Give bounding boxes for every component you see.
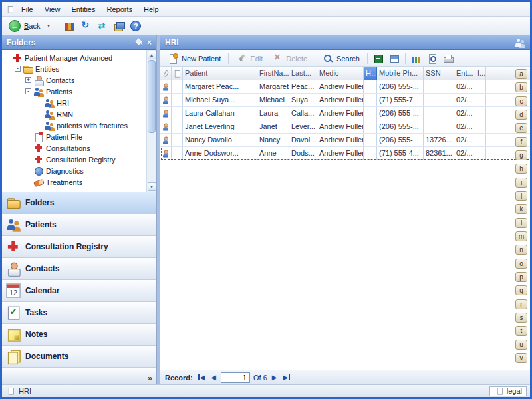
alphabet-button[interactable]: u xyxy=(515,340,527,350)
delete-button[interactable]: Delete xyxy=(268,52,311,65)
tree-toggle[interactable] xyxy=(15,66,21,72)
alphabet-button[interactable]: l xyxy=(515,218,527,228)
alphabet-button[interactable]: j xyxy=(515,191,527,201)
alphabet-button[interactable]: h xyxy=(515,164,527,174)
menu-item[interactable]: View xyxy=(39,3,66,15)
column-header[interactable]: I... xyxy=(475,67,486,80)
table-row[interactable]: Janet Leverling Janet Lever... Andrew Fu… xyxy=(160,120,530,134)
paperclip-column-header[interactable] xyxy=(160,67,172,80)
nav-item[interactable]: Documents xyxy=(2,345,156,367)
nav-item[interactable]: Patients xyxy=(2,213,156,235)
tree-item[interactable]: Patient Manager Advanced xyxy=(2,52,156,63)
cell-mobile-phone: (206) 555-... xyxy=(377,80,424,93)
menu-item[interactable]: Entities xyxy=(66,3,100,15)
alphabet-button[interactable]: m xyxy=(515,231,527,241)
cell-patient: Michael Suya... xyxy=(183,94,257,106)
alphabet-button[interactable]: b xyxy=(515,82,527,92)
table-row[interactable]: Laura Callahan Laura Calla... Andrew Ful… xyxy=(160,107,530,120)
table-row[interactable]: Michael Suya... Michael Suya... Andrew F… xyxy=(160,94,530,107)
cell-medic: Andrew Fuller xyxy=(317,107,364,120)
alphabet-button[interactable]: a xyxy=(515,69,527,79)
help-icon[interactable] xyxy=(128,19,143,33)
alphabet-button[interactable]: i xyxy=(515,178,527,188)
new-patient-button[interactable]: New Patient xyxy=(164,52,225,65)
tree-item[interactable]: Treatments xyxy=(2,176,156,188)
back-button[interactable]: ← Back xyxy=(6,19,43,33)
scroll-up-icon[interactable]: ▲ xyxy=(148,51,156,59)
table-row[interactable]: Nancy Davolio Nancy Davol... Andrew Full… xyxy=(160,134,530,147)
column-header[interactable]: Ent... xyxy=(454,67,475,80)
tree-item[interactable]: Diagnostics xyxy=(2,165,156,176)
column-header[interactable]: H... xyxy=(364,67,377,80)
back-dropdown-arrow-icon[interactable]: ▼ xyxy=(45,23,52,28)
nav-item[interactable]: Consultation Registry xyxy=(2,235,156,257)
tree-toggle[interactable] xyxy=(25,77,31,83)
print-icon[interactable] xyxy=(441,51,456,66)
column-header[interactable]: Last... xyxy=(289,67,317,80)
search-icon xyxy=(323,53,333,64)
tree-item[interactable]: Consultation Registry xyxy=(2,154,156,165)
export-excel-icon[interactable] xyxy=(371,51,386,66)
tree-item[interactable]: HRI xyxy=(2,97,156,108)
prev-record-button[interactable]: ◀ xyxy=(209,373,217,382)
menu-item[interactable]: Help xyxy=(138,3,164,15)
alphabet-button[interactable]: n xyxy=(515,245,527,255)
tree-item[interactable]: Entities xyxy=(2,63,156,74)
books-icon[interactable] xyxy=(112,19,126,33)
tree-item[interactable]: Patient File xyxy=(2,131,156,142)
sync-icon[interactable] xyxy=(95,19,110,33)
scrollbar-thumb[interactable] xyxy=(148,60,156,133)
column-header[interactable]: Patient xyxy=(183,67,257,80)
alphabet-button[interactable]: q xyxy=(515,285,527,295)
alphabet-button[interactable]: v xyxy=(515,353,527,363)
tree-toggle[interactable] xyxy=(25,88,31,94)
alphabet-button[interactable]: g xyxy=(515,150,527,160)
alphabet-button[interactable]: t xyxy=(515,326,527,336)
search-button[interactable]: Search xyxy=(319,52,364,65)
tree-item[interactable]: RMN xyxy=(2,108,156,120)
tree-item[interactable]: Contacts xyxy=(2,74,156,86)
file-column-header[interactable] xyxy=(172,67,183,80)
alphabet-button[interactable]: c xyxy=(515,96,527,106)
nav-item[interactable]: Calendar xyxy=(2,279,156,301)
alphabet-button[interactable]: r xyxy=(515,299,527,309)
alphabet-button[interactable]: p xyxy=(515,272,527,282)
table-row[interactable]: Anne Dodswor... Anne Dods... Andrew Full… xyxy=(160,147,530,160)
first-record-button[interactable]: ◀ xyxy=(196,373,207,382)
last-record-button[interactable]: ▶ xyxy=(281,373,292,382)
close-icon[interactable]: × xyxy=(147,39,152,46)
menu-item[interactable]: File xyxy=(16,3,39,15)
refresh-icon[interactable] xyxy=(78,19,93,33)
print-preview-icon[interactable] xyxy=(425,51,440,66)
chart-icon[interactable] xyxy=(409,51,424,66)
table-row[interactable]: Margaret Peac... Margaret Peac... Andrew… xyxy=(160,80,530,94)
pin-icon[interactable] xyxy=(136,39,143,46)
column-header[interactable]: Medic xyxy=(317,67,364,80)
nav-item[interactable]: Tasks xyxy=(2,301,156,323)
tree-item[interactable]: patients with fractures xyxy=(2,120,156,131)
tree-item[interactable]: Consultations xyxy=(2,142,156,154)
alphabet-button[interactable]: s xyxy=(515,313,527,323)
column-header[interactable]: Mobile Ph... xyxy=(377,67,424,80)
nav-item[interactable]: Contacts xyxy=(2,257,156,279)
alphabet-button[interactable]: e xyxy=(515,123,527,133)
edit-button[interactable]: Edit xyxy=(232,52,267,65)
alphabet-button[interactable]: f xyxy=(515,137,527,147)
nav-overflow-strip[interactable]: » xyxy=(2,367,156,384)
record-number-input[interactable] xyxy=(221,372,250,383)
nav-item[interactable]: Notes xyxy=(2,323,156,345)
alphabet-button[interactable]: o xyxy=(515,259,527,269)
alphabet-button[interactable]: k xyxy=(515,204,527,214)
nav-item-icon xyxy=(6,239,21,254)
tree-item[interactable]: Patients xyxy=(2,86,156,97)
next-record-button[interactable]: ▶ xyxy=(271,373,279,382)
menu-item[interactable]: Reports xyxy=(102,3,138,15)
library-icon[interactable] xyxy=(62,19,76,33)
column-chooser-icon[interactable] xyxy=(387,51,402,66)
column-header[interactable]: FirstNa... xyxy=(257,67,289,80)
tree-scrollbar[interactable]: ▲ ▼ xyxy=(146,50,156,192)
nav-item[interactable]: Folders xyxy=(2,192,156,213)
column-header[interactable]: SSN xyxy=(424,67,454,80)
alphabet-button[interactable]: d xyxy=(515,110,527,120)
scroll-down-icon[interactable]: ▼ xyxy=(148,182,156,191)
